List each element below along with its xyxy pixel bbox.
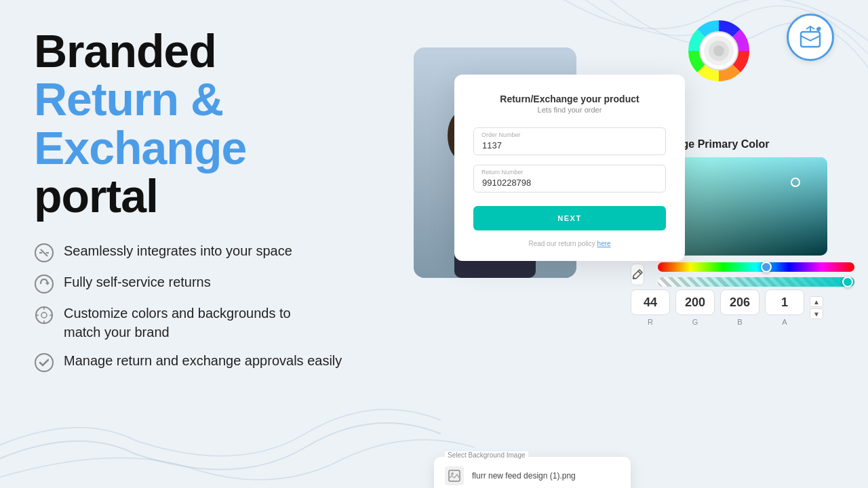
b-input-group: B: [720, 289, 760, 326]
portal-card-title: Return/Exchange your product: [473, 94, 666, 104]
next-button[interactable]: NEXT: [473, 206, 666, 230]
integrate-icon: [34, 243, 54, 263]
feature-customize-text: Customize colors and backgrounds tomatch…: [64, 304, 291, 342]
image-icon: [448, 470, 460, 482]
color-controls: R G B A ▲ ▼: [631, 262, 827, 326]
sliders-group: [658, 262, 854, 287]
feature-self-service-text: Fully self-service returns: [64, 272, 211, 291]
opacity-overlay: [658, 277, 854, 287]
svg-point-12: [35, 354, 53, 371]
svg-point-7: [41, 312, 47, 318]
b-input[interactable]: [720, 289, 760, 315]
bg-selector-legend: Select Background Image: [445, 451, 528, 459]
stepper-down-button[interactable]: ▼: [810, 308, 823, 319]
eyedropper-button[interactable]: [631, 264, 644, 285]
return-number-label: Return Number: [481, 169, 524, 176]
footer-link[interactable]: here: [597, 240, 611, 247]
self-service-icon: [34, 274, 54, 294]
color-tools-row: [631, 262, 827, 287]
feature-manage: Manage return and exchange approvals eas…: [34, 351, 387, 373]
hue-slider[interactable]: [658, 262, 854, 272]
g-input[interactable]: [675, 289, 715, 315]
opacity-thumb[interactable]: [842, 277, 853, 287]
opacity-slider[interactable]: [658, 277, 854, 287]
headline-portal: portal: [34, 172, 387, 220]
hue-thumb[interactable]: [761, 262, 772, 272]
a-input[interactable]: [765, 289, 804, 315]
feature-integrate: Seamlessly integrates into your space: [34, 241, 387, 263]
portal-footer: Read our return policy here: [473, 240, 666, 247]
feature-self-service: Fully self-service returns: [34, 272, 387, 294]
bg-selector: Select Background Image flurr new feed d…: [434, 457, 631, 488]
svg-point-31: [451, 472, 454, 475]
r-label: R: [648, 318, 653, 326]
order-number-label: Order Number: [481, 131, 521, 138]
manage-icon: [34, 352, 54, 373]
g-label: G: [692, 318, 698, 326]
svg-point-33: [633, 277, 635, 279]
features-list: Seamlessly integrates into your space Fu…: [34, 241, 387, 373]
svg-point-5: [35, 275, 53, 293]
headline-branded: Branded: [34, 27, 387, 75]
b-label: B: [737, 318, 742, 326]
feature-customize: Customize colors and backgrounds tomatch…: [34, 304, 387, 342]
right-column: Return/Exchange your product Lets find y…: [407, 27, 834, 474]
portal-card-subtitle: Lets find your order: [473, 106, 666, 114]
r-input-group: R: [631, 289, 670, 326]
rgba-inputs-row: R G B A ▲ ▼: [631, 289, 827, 326]
footer-text: Read our return policy: [528, 240, 595, 247]
headline: Branded Return & Exchange portal: [34, 27, 387, 241]
color-picker-dot[interactable]: [791, 178, 800, 187]
a-input-group: A: [765, 289, 804, 326]
content-wrapper: Branded Return & Exchange portal Seamles…: [0, 0, 868, 488]
bg-selector-icon: [445, 466, 464, 485]
a-label: A: [782, 318, 787, 326]
feature-integrate-text: Seamlessly integrates into your space: [64, 241, 292, 260]
left-column: Branded Return & Exchange portal Seamles…: [34, 27, 387, 474]
r-input[interactable]: [631, 289, 670, 315]
svg-line-32: [638, 271, 641, 274]
bg-selector-filename: flurr new feed design (1).png: [472, 471, 620, 481]
rgba-stepper: ▲ ▼: [810, 296, 823, 319]
stepper-up-button[interactable]: ▲: [810, 296, 823, 307]
headline-exchange: Return & Exchange: [34, 75, 387, 172]
g-input-group: G: [675, 289, 715, 326]
return-number-group: Return Number: [473, 165, 666, 192]
customize-icon: [34, 305, 54, 325]
portal-form-card: Return/Exchange your product Lets find y…: [454, 75, 685, 261]
feature-manage-text: Manage return and exchange approvals eas…: [64, 351, 342, 370]
order-number-group: Order Number: [473, 127, 666, 155]
eyedropper-icon: [631, 268, 644, 281]
